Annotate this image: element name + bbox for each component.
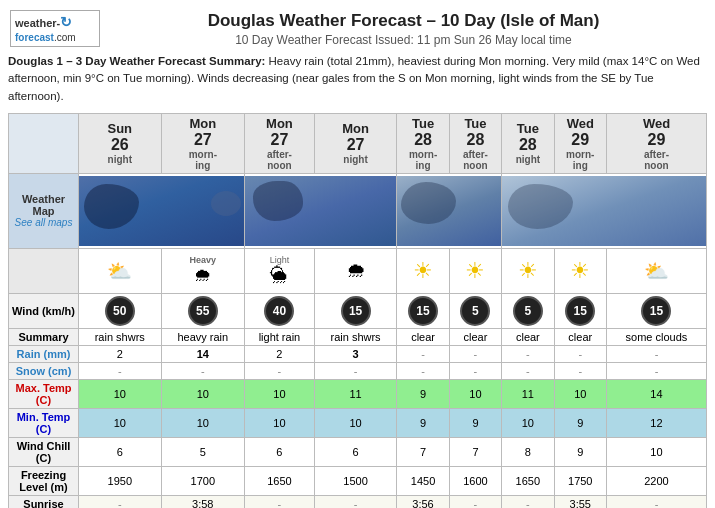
freeze-label: Freezing Level (m) [9, 466, 79, 495]
freeze-val-7: 1750 [554, 466, 606, 495]
maxtemp-val-4: 9 [397, 379, 449, 408]
weather-icon-row: ⛅ Heavy 🌧 Light 🌦 🌧 ☀ [9, 248, 707, 293]
col-mon27-pm: Mon 27 after-noon [245, 113, 315, 173]
summary-val-0: rain shwrs [79, 328, 162, 345]
sunrise-val-1: 3:58 [161, 495, 245, 508]
maxtemp-row: Max. Temp (C) 10 10 10 11 9 10 11 10 14 [9, 379, 707, 408]
snow-val-7: - [554, 362, 606, 379]
maxtemp-val-5: 10 [449, 379, 501, 408]
maxtemp-val-0: 10 [79, 379, 162, 408]
maxtemp-val-2: 10 [245, 379, 315, 408]
mintemp-row: Min. Temp (C) 10 10 10 10 9 9 10 9 12 [9, 408, 707, 437]
mintemp-val-4: 9 [397, 408, 449, 437]
col-tue28-pm: Tue 28 after-noon [449, 113, 501, 173]
sunrise-val-7: 3:55 [554, 495, 606, 508]
icon-wed29-pm: ⛅ [606, 248, 706, 293]
page-title: Douglas Weather Forecast – 10 Day (Isle … [102, 11, 705, 31]
wind-ball-8: 15 [641, 296, 671, 326]
forecast-summary: Douglas 1 – 3 Day Weather Forecast Summa… [8, 53, 707, 105]
partly-cloud-icon: ⛅ [644, 260, 669, 282]
map-img-1 [79, 173, 245, 248]
sun-icon3: ☀ [518, 258, 538, 283]
wind-val-4: 15 [397, 293, 449, 328]
wind-ball-5: 5 [460, 296, 490, 326]
wind-val-5: 5 [449, 293, 501, 328]
rain-val-8: - [606, 345, 706, 362]
wind-val-3: 15 [314, 293, 397, 328]
col-tue28-am: Tue 28 morn-ing [397, 113, 449, 173]
forecast-table: Sun 26 night Mon 27 morn-ing Mon 27 afte… [8, 113, 707, 508]
rain-val-4: - [397, 345, 449, 362]
mintemp-val-8: 12 [606, 408, 706, 437]
summary-bold-label: Douglas 1 – 3 Day Weather Forecast Summa… [8, 55, 265, 67]
snow-val-5: - [449, 362, 501, 379]
wind-ball-4: 15 [408, 296, 438, 326]
sunrise-val-2: - [245, 495, 315, 508]
mintemp-val-2: 10 [245, 408, 315, 437]
col-tue28-night: Tue 28 night [502, 113, 554, 173]
rain-val-5: - [449, 345, 501, 362]
sunrise-val-3: - [314, 495, 397, 508]
sunrise-val-5: - [449, 495, 501, 508]
icon-mon27-pm: Light 🌦 [245, 248, 315, 293]
windchill-val-1: 5 [161, 437, 245, 466]
sunrise-val-8: - [606, 495, 706, 508]
sun-icon4: ☀ [570, 258, 590, 283]
mintemp-val-5: 9 [449, 408, 501, 437]
col-mon27-night: Mon 27 night [314, 113, 397, 173]
header-row: Sun 26 night Mon 27 morn-ing Mon 27 afte… [9, 113, 707, 173]
wind-val-2: 40 [245, 293, 315, 328]
snow-val-3: - [314, 362, 397, 379]
rain-label: Rain (mm) [9, 345, 79, 362]
summary-val-1: heavy rain [161, 328, 245, 345]
summary-val-7: clear [554, 328, 606, 345]
mintemp-label: Min. Temp (C) [9, 408, 79, 437]
see-all-maps-link[interactable]: See all maps [11, 217, 76, 228]
weather-map-row: Weather Map See all maps [9, 173, 707, 248]
summary-val-6: clear [502, 328, 554, 345]
wind-row: Wind (km/h) 50 55 40 15 15 5 5 15 15 [9, 293, 707, 328]
icon-tue28-am: ☀ [397, 248, 449, 293]
wind-ball-1: 55 [188, 296, 218, 326]
snow-val-0: - [79, 362, 162, 379]
summary-label: Summary [9, 328, 79, 345]
map-img-3 [397, 173, 502, 248]
summary-val-5: clear [449, 328, 501, 345]
heavy-rain-icon: 🌧 [194, 265, 212, 285]
icon-sun26: ⛅ [79, 248, 162, 293]
windchill-val-8: 10 [606, 437, 706, 466]
icon-tue28-pm: ☀ [449, 248, 501, 293]
freeze-val-3: 1500 [314, 466, 397, 495]
freeze-val-2: 1650 [245, 466, 315, 495]
wind-val-8: 15 [606, 293, 706, 328]
icon-row-label [9, 248, 79, 293]
page-wrapper: weather-↻ forecast.com Douglas Weather F… [8, 8, 707, 508]
col-mon27-am: Mon 27 morn-ing [161, 113, 245, 173]
snow-val-4: - [397, 362, 449, 379]
icon-tue28-night: ☀ [502, 248, 554, 293]
sunrise-row: Sunrise - 3:58 - - 3:56 - - 3:55 - [9, 495, 707, 508]
light-rain-icon: 🌦 [270, 265, 288, 285]
sunrise-val-0: - [79, 495, 162, 508]
mintemp-val-6: 10 [502, 408, 554, 437]
sunrise-val-6: - [502, 495, 554, 508]
mintemp-val-1: 10 [161, 408, 245, 437]
freeze-val-8: 2200 [606, 466, 706, 495]
freeze-val-0: 1950 [79, 466, 162, 495]
wind-ball-7: 15 [565, 296, 595, 326]
windchill-val-7: 9 [554, 437, 606, 466]
weather-map-text: Weather Map [11, 193, 76, 217]
snow-val-2: - [245, 362, 315, 379]
summary-val-8: some clouds [606, 328, 706, 345]
maxtemp-val-6: 11 [502, 379, 554, 408]
maxtemp-label: Max. Temp (C) [9, 379, 79, 408]
sunrise-label: Sunrise [9, 495, 79, 508]
page-subtitle: 10 Day Weather Forecast Issued: 11 pm Su… [102, 33, 705, 47]
freeze-val-1: 1700 [161, 466, 245, 495]
windchill-val-0: 6 [79, 437, 162, 466]
summary-val-3: rain shwrs [314, 328, 397, 345]
empty-header [9, 113, 79, 173]
windchill-val-2: 6 [245, 437, 315, 466]
icon-mon27-night: 🌧 [314, 248, 397, 293]
rain-cloud-icon: ⛅ [107, 260, 132, 282]
